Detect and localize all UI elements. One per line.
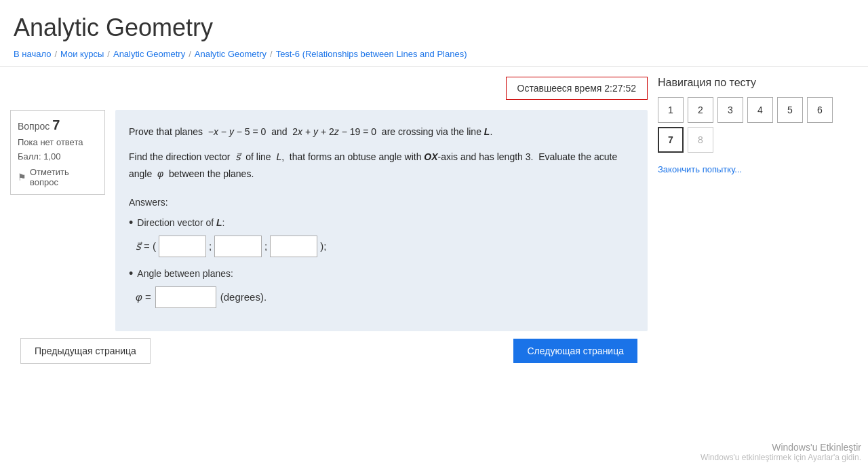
nav-button-3[interactable]: 3 bbox=[717, 97, 743, 123]
phi-input[interactable] bbox=[155, 286, 216, 308]
vector-input-row: s⃗ = ( ; ; ); bbox=[136, 236, 634, 257]
question-sidebar: Вопрос 7 Пока нет ответа Балл: 1,00 ⚑ От… bbox=[10, 110, 105, 331]
header: Analytic Geometry В начало / Мои курсы /… bbox=[0, 0, 868, 67]
nav-button-5[interactable]: 5 bbox=[777, 97, 803, 123]
content-area: Оставшееся время 2:27:52 Вопрос 7 Пока н… bbox=[10, 77, 648, 364]
question-info-box: Вопрос 7 Пока нет ответа Балл: 1,00 ⚑ От… bbox=[10, 110, 105, 195]
degrees-label: (degrees). bbox=[220, 291, 267, 303]
nav-button-7[interactable]: 7 bbox=[658, 127, 684, 153]
direction-vector-label: Direction vector of L: bbox=[137, 217, 224, 228]
question-number-value: 7 bbox=[52, 117, 60, 132]
question-container: Вопрос 7 Пока нет ответа Балл: 1,00 ⚑ От… bbox=[10, 110, 648, 331]
nav-grid: 12345678 bbox=[658, 97, 858, 153]
test-navigation-sidebar: Навигация по тесту 12345678 Закончить по… bbox=[648, 77, 858, 364]
vector-input-3[interactable] bbox=[270, 236, 317, 257]
main-layout: Оставшееся время 2:27:52 Вопрос 7 Пока н… bbox=[0, 67, 868, 374]
footer-nav: Предыдущая страница Следующая страница bbox=[10, 331, 648, 364]
breadcrumb-sep-1: / bbox=[54, 49, 57, 59]
nav-button-4[interactable]: 4 bbox=[747, 97, 773, 123]
flag-button[interactable]: ⚑ Отметить вопрос bbox=[18, 167, 98, 187]
breadcrumb-my-courses[interactable]: Мои курсы bbox=[60, 49, 104, 59]
question-number-label: Вопрос 7 bbox=[18, 117, 98, 133]
prev-button[interactable]: Предыдущая страница bbox=[20, 338, 151, 364]
bullet-icon-1: • bbox=[129, 216, 133, 230]
breadcrumb-ag-2[interactable]: Analytic Geometry bbox=[195, 49, 267, 59]
breadcrumb-test[interactable]: Test-6 (Relationships between Lines and … bbox=[276, 49, 467, 59]
nav-button-6[interactable]: 6 bbox=[807, 97, 833, 123]
phi-eq-label: φ = bbox=[136, 291, 151, 303]
direction-vector-bullet-row: • Direction vector of L: bbox=[129, 216, 634, 230]
breadcrumb-ag-1[interactable]: Analytic Geometry bbox=[113, 49, 185, 59]
answers-label: Answers: bbox=[129, 197, 634, 208]
nav-button-2[interactable]: 2 bbox=[688, 97, 713, 123]
page-title: Analytic Geometry bbox=[14, 14, 854, 42]
question-line2: Find the direction vector s⃗ of line L, … bbox=[129, 149, 634, 183]
vector-input-2[interactable] bbox=[214, 236, 262, 257]
next-button[interactable]: Следующая страница bbox=[513, 339, 637, 363]
bullet-icon-2: • bbox=[129, 267, 133, 281]
s-eq-label: s⃗ = ( bbox=[136, 240, 156, 252]
angle-label: Angle between planes: bbox=[137, 268, 233, 279]
phi-input-row: φ = (degrees). bbox=[136, 286, 634, 308]
breadcrumb-sep-2: / bbox=[107, 49, 110, 59]
breadcrumb-sep-3: / bbox=[189, 49, 191, 59]
flag-label: Отметить вопрос bbox=[30, 167, 98, 187]
timer-bar: Оставшееся время 2:27:52 bbox=[10, 77, 648, 100]
breadcrumb-home[interactable]: В начало bbox=[14, 49, 51, 59]
finish-link[interactable]: Закончить попытку... bbox=[658, 164, 742, 174]
timer-box: Оставшееся время 2:27:52 bbox=[506, 77, 648, 100]
direction-vector-answer: • Direction vector of L: s⃗ = ( ; ; ); bbox=[129, 216, 634, 257]
question-status: Пока нет ответа bbox=[18, 137, 98, 147]
nav-button-1[interactable]: 1 bbox=[658, 97, 684, 123]
vec-sep-1: ; bbox=[209, 240, 212, 252]
vec-close-paren: ); bbox=[320, 240, 326, 252]
vec-sep-2: ; bbox=[264, 240, 267, 252]
question-text: Prove that planes −x − y − 5 = 0 and 2x … bbox=[129, 124, 634, 183]
nav-title: Навигация по тесту bbox=[658, 77, 858, 89]
answers-section: Answers: • Direction vector of L: s⃗ = (… bbox=[129, 197, 634, 308]
nav-button-8[interactable]: 8 bbox=[688, 127, 713, 153]
breadcrumb-sep-4: / bbox=[270, 49, 273, 59]
question-body: Prove that planes −x − y − 5 = 0 and 2x … bbox=[115, 110, 648, 331]
angle-answer: • Angle between planes: φ = (degrees). bbox=[129, 267, 634, 308]
breadcrumb: В начало / Мои курсы / Analytic Geometry… bbox=[14, 49, 854, 59]
flag-icon: ⚑ bbox=[18, 172, 26, 183]
vector-input-1[interactable] bbox=[159, 236, 206, 257]
question-line1: Prove that planes −x − y − 5 = 0 and 2x … bbox=[129, 124, 634, 140]
question-score: Балл: 1,00 bbox=[18, 151, 98, 162]
angle-bullet-row: • Angle between planes: bbox=[129, 267, 634, 281]
